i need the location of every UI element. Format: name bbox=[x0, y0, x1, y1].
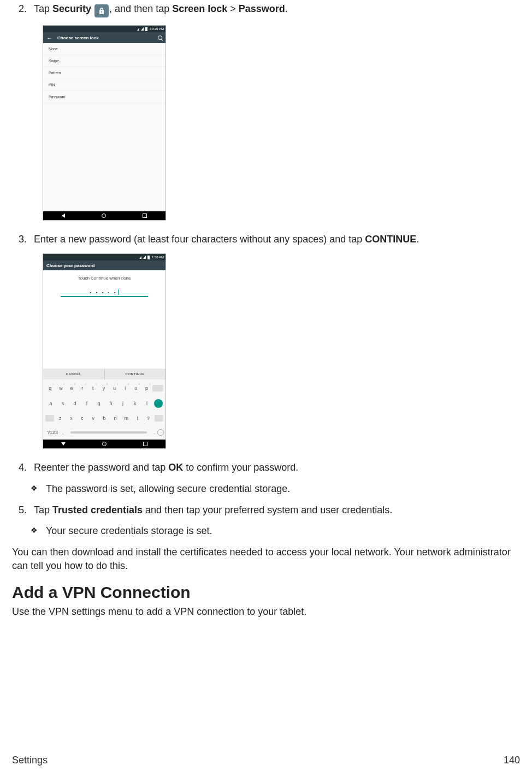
step-3: 3. Enter a new password (at least four c… bbox=[19, 233, 520, 246]
step-5-number: 5. bbox=[19, 503, 34, 517]
key-o[interactable]: o9 bbox=[131, 385, 141, 391]
search-icon[interactable] bbox=[158, 35, 162, 40]
emoji-icon[interactable] bbox=[157, 429, 164, 436]
key-b[interactable]: b bbox=[99, 416, 109, 421]
password-body: Touch Continue when done • • • • • bbox=[43, 270, 165, 369]
key-s[interactable]: s bbox=[58, 401, 68, 406]
key-d[interactable]: d bbox=[70, 401, 80, 406]
back-arrow-icon[interactable]: ← bbox=[46, 35, 52, 41]
key-period[interactable]: . bbox=[151, 430, 157, 435]
lock-icon bbox=[94, 4, 109, 17]
hint-text: Touch Continue when done bbox=[78, 276, 131, 281]
step-5: 5. Tap Trusted credentials and then tap … bbox=[19, 503, 520, 517]
step-2-number: 2. bbox=[19, 2, 34, 15]
key-![interactable]: ! bbox=[132, 416, 142, 421]
nav-back-icon[interactable] bbox=[61, 442, 66, 446]
key-enter[interactable] bbox=[154, 399, 163, 408]
list-item[interactable]: PIN bbox=[43, 79, 165, 91]
key-a[interactable]: a bbox=[46, 401, 56, 406]
wifi-icon bbox=[143, 256, 146, 259]
key-l[interactable]: l bbox=[142, 401, 152, 406]
status-bar: 10:26 PM bbox=[43, 26, 165, 32]
bullet-glyph: ❖ bbox=[31, 524, 46, 536]
key-comma[interactable]: , bbox=[60, 430, 66, 435]
key-m[interactable]: m bbox=[121, 416, 131, 421]
key-t[interactable]: t5 bbox=[88, 385, 98, 391]
screenshot-choose-screen-lock: 10:26 PM ← Choose screen lock None Swipe… bbox=[43, 25, 166, 221]
bullet-glyph: ❖ bbox=[31, 482, 46, 494]
key-n[interactable]: n bbox=[110, 416, 120, 421]
key-v[interactable]: v bbox=[88, 416, 98, 421]
key-k[interactable]: k bbox=[130, 401, 140, 406]
key-z[interactable]: z bbox=[55, 416, 65, 421]
title-bar: Choose your password bbox=[43, 260, 165, 270]
signal-icon bbox=[137, 28, 139, 31]
bullet-2-text: Your secure credentials storage is set. bbox=[46, 524, 520, 538]
footer-section: Settings bbox=[12, 755, 48, 766]
battery-icon bbox=[145, 27, 147, 31]
key-e[interactable]: e3 bbox=[67, 385, 76, 391]
key-w[interactable]: w2 bbox=[56, 385, 66, 391]
key-c[interactable]: c bbox=[78, 416, 87, 421]
title-text: Choose your password bbox=[46, 263, 94, 268]
list-item[interactable]: Password bbox=[43, 91, 165, 103]
password-input[interactable]: • • • • • bbox=[61, 288, 148, 297]
step-4: 4. Reenter the password and tap OK to co… bbox=[19, 461, 520, 474]
key-y[interactable]: y6 bbox=[99, 385, 109, 391]
nav-back-icon[interactable] bbox=[62, 213, 65, 218]
keyboard: q1w2e3r4t5y6u7i8o9p0 asdfghjkl zxcvbnm!?… bbox=[43, 379, 165, 440]
key-backspace[interactable] bbox=[152, 385, 163, 392]
clock: 1:56 AM bbox=[152, 256, 164, 259]
lock-options-list: None Swipe Pattern PIN Password bbox=[43, 43, 165, 211]
key-q[interactable]: q1 bbox=[45, 385, 55, 391]
key-u[interactable]: u7 bbox=[110, 385, 120, 391]
nav-home-icon[interactable] bbox=[102, 442, 107, 446]
paragraph-certificates: You can then download and install the ce… bbox=[12, 545, 520, 573]
nav-recent-icon[interactable] bbox=[143, 442, 147, 446]
step-5-text: Tap Trusted credentials and then tap you… bbox=[34, 503, 520, 517]
step-2-text: Tap Security , and then tap Screen lock … bbox=[34, 2, 520, 17]
paragraph-vpn: Use the VPN settings menu to add a VPN c… bbox=[12, 605, 520, 619]
nav-bar bbox=[43, 440, 165, 448]
nav-home-icon[interactable] bbox=[102, 213, 106, 218]
footer-page-number: 140 bbox=[504, 755, 520, 766]
nav-recent-icon[interactable] bbox=[143, 213, 147, 218]
bullet-1: ❖ The password is set, allowing secure c… bbox=[31, 482, 520, 496]
list-item[interactable]: None bbox=[43, 43, 165, 55]
step-4-number: 4. bbox=[19, 461, 34, 474]
key-shift[interactable] bbox=[155, 415, 163, 422]
list-item[interactable]: Pattern bbox=[43, 67, 165, 79]
button-bar: CANCEL CONTINUE bbox=[43, 369, 165, 379]
key-space[interactable] bbox=[70, 431, 147, 434]
key-g[interactable]: g bbox=[94, 401, 104, 406]
continue-button[interactable]: CONTINUE bbox=[105, 369, 166, 379]
nav-bar bbox=[43, 211, 165, 220]
wifi-icon bbox=[141, 27, 144, 31]
step-2: 2. Tap Security , and then tap Screen lo… bbox=[19, 2, 520, 17]
signal-icon bbox=[139, 256, 141, 259]
clock: 10:26 PM bbox=[150, 27, 164, 31]
key-j[interactable]: j bbox=[118, 401, 128, 406]
key-f[interactable]: f bbox=[82, 401, 92, 406]
key-shift[interactable] bbox=[45, 415, 54, 422]
key-i[interactable]: i8 bbox=[120, 385, 130, 391]
status-bar: 1:56 AM bbox=[43, 254, 165, 260]
list-item[interactable]: Swipe bbox=[43, 55, 165, 67]
step-3-number: 3. bbox=[19, 233, 34, 246]
step-4-text: Reenter the password and tap OK to confi… bbox=[34, 461, 520, 474]
title-bar: ← Choose screen lock bbox=[43, 32, 165, 43]
key-h[interactable]: h bbox=[106, 401, 116, 406]
battery-icon bbox=[147, 256, 150, 259]
cancel-button[interactable]: CANCEL bbox=[43, 369, 104, 379]
step-3-text: Enter a new password (at least four char… bbox=[34, 233, 520, 246]
key-sym[interactable]: ?123 bbox=[45, 430, 60, 435]
key-x[interactable]: x bbox=[66, 416, 76, 421]
heading-add-vpn: Add a VPN Connection bbox=[12, 583, 520, 602]
key-p[interactable]: p0 bbox=[141, 385, 151, 391]
key-r[interactable]: r4 bbox=[78, 385, 87, 391]
title-text: Choose screen lock bbox=[57, 35, 99, 40]
key-?[interactable]: ? bbox=[144, 416, 153, 421]
bullet-2: ❖ Your secure credentials storage is set… bbox=[31, 524, 520, 538]
text-cursor bbox=[118, 289, 119, 295]
bullet-1-text: The password is set, allowing secure cre… bbox=[46, 482, 520, 496]
